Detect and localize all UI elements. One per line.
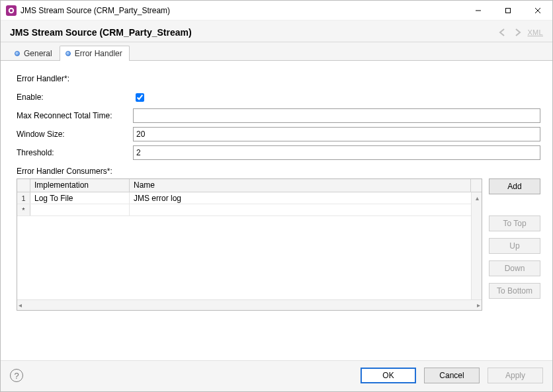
maximize-button[interactable] [493, 1, 523, 20]
row-number: 1 [17, 192, 30, 204]
page-title: JMS Stream Source (CRM_Party_Stream) [10, 27, 497, 38]
consumers-grid[interactable]: Implementation Name 1 Log To File JMS er… [17, 178, 482, 311]
tab-general-label: General [24, 49, 52, 58]
consumers-area: Implementation Name 1 Log To File JMS er… [17, 178, 540, 311]
row-new-marker: * [17, 204, 30, 216]
enable-checkbox[interactable] [136, 93, 144, 102]
col-implementation[interactable]: Implementation [30, 179, 130, 192]
app-icon [6, 5, 17, 16]
threshold-label: Threshold: [17, 148, 133, 157]
tab-error-handler[interactable]: Error Handler [60, 46, 130, 61]
tab-dot-icon [65, 51, 71, 56]
horizontal-scrollbar[interactable]: ◂ ▸ [17, 299, 482, 310]
tabstrip: General Error Handler [1, 42, 552, 61]
window-title: JMS Stream Source (CRM_Party_Stream) [21, 6, 463, 15]
apply-button[interactable]: Apply [488, 368, 543, 383]
dialog-window: JMS Stream Source (CRM_Party_Stream) JMS… [0, 0, 553, 392]
max-reconnect-input[interactable] [133, 108, 540, 123]
threshold-input[interactable] [133, 145, 540, 160]
grid-body: 1 Log To File JMS error log * ▴ [17, 192, 482, 299]
cell-implementation[interactable] [30, 204, 130, 216]
scroll-right-icon[interactable]: ▸ [477, 301, 480, 309]
svg-rect-2 [505, 8, 510, 13]
tab-content: Error Handler*: Enable: Max Reconnect To… [1, 61, 552, 360]
dialog-button-bar: ? OK Cancel Apply [1, 360, 552, 391]
titlebar: JMS Stream Source (CRM_Party_Stream) [1, 1, 552, 20]
back-arrow-icon[interactable] [497, 27, 509, 38]
consumers-label: Error Handler Consumers*: [17, 167, 540, 176]
to-bottom-button[interactable]: To Bottom [489, 283, 540, 299]
cell-name[interactable] [130, 204, 482, 216]
table-row[interactable]: 1 Log To File JMS error log [17, 192, 482, 204]
cell-name[interactable]: JMS error log [130, 192, 482, 204]
forward-arrow-icon[interactable] [511, 27, 523, 38]
tab-error-handler-label: Error Handler [75, 49, 122, 58]
grid-header: Implementation Name [17, 179, 482, 192]
scroll-up-icon[interactable]: ▴ [472, 192, 482, 203]
minimize-button[interactable] [463, 1, 493, 20]
ok-button[interactable]: OK [361, 368, 416, 383]
tab-general[interactable]: General [9, 46, 60, 61]
close-button[interactable] [523, 1, 552, 20]
scroll-left-icon[interactable]: ◂ [19, 301, 22, 309]
cell-implementation[interactable]: Log To File [30, 192, 130, 204]
help-icon[interactable]: ? [10, 369, 23, 382]
add-button[interactable]: Add [489, 178, 540, 194]
enable-label: Enable: [17, 93, 133, 102]
max-reconnect-label: Max Reconnect Total Time: [17, 111, 133, 120]
svg-point-0 [9, 8, 13, 12]
vertical-scrollbar[interactable]: ▴ [471, 192, 482, 299]
col-name[interactable]: Name [130, 179, 471, 192]
up-button[interactable]: Up [489, 238, 540, 254]
tab-dot-icon [15, 51, 20, 56]
to-top-button[interactable]: To Top [489, 216, 540, 231]
cancel-button[interactable]: Cancel [424, 368, 480, 383]
error-handler-label: Error Handler*: [17, 74, 133, 83]
table-new-row[interactable]: * [17, 204, 482, 216]
header-band: JMS Stream Source (CRM_Party_Stream) XML [1, 20, 552, 42]
window-controls [463, 1, 552, 20]
down-button[interactable]: Down [489, 260, 540, 276]
side-button-column: Add To Top Up Down To Bottom [489, 178, 540, 311]
xml-link[interactable]: XML [527, 28, 543, 36]
window-size-label: Window Size: [17, 130, 133, 139]
window-size-input[interactable] [133, 127, 540, 141]
